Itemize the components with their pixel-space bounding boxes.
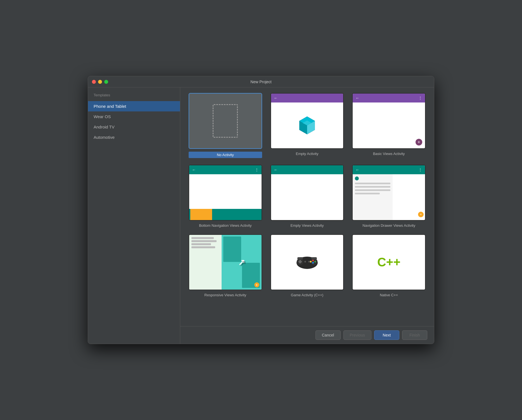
sidebar-item-android-tv[interactable]: Android TV <box>88 122 180 132</box>
empty-activity-label: Empty Activity <box>296 152 319 156</box>
bottom-nav-tab-1 <box>190 209 212 220</box>
more-icon: ⋮ <box>418 96 422 100</box>
basic-views-toolbar: ← ⋮ <box>353 94 425 102</box>
finish-button[interactable]: Finish <box>402 330 427 340</box>
svg-point-15 <box>304 261 306 262</box>
svg-point-11 <box>312 260 314 261</box>
nav-drawer-preview: ← ⋮ <box>352 165 426 221</box>
bottom-nav-preview: ← ⋮ <box>189 165 262 221</box>
list-item <box>355 186 390 188</box>
footer: Cancel Previous Next Finish <box>180 326 434 344</box>
empty-views-label: Empty Views Activity <box>291 223 324 228</box>
svg-point-16 <box>308 261 310 262</box>
nav-drawer-label: Navigation Drawer Views Activity <box>362 223 415 228</box>
cube-icon-container <box>271 102 343 148</box>
responsive-views-content: ↗ ↗ + <box>189 235 262 290</box>
avatar-icon <box>355 176 359 180</box>
bottom-nav-tab-2 <box>215 209 236 220</box>
svg-rect-17 <box>297 257 303 259</box>
back-arrow-icon: ← <box>355 96 359 100</box>
cancel-button[interactable]: Cancel <box>315 330 341 340</box>
empty-activity-toolbar: ← <box>271 94 343 102</box>
back-arrow-icon: ← <box>274 168 278 172</box>
template-empty-views[interactable]: ← Empty Views Activity <box>271 165 344 228</box>
template-empty-activity[interactable]: ← <box>271 93 344 158</box>
basic-views-label: Basic Views Activity <box>373 152 405 156</box>
template-nav-drawer[interactable]: ← ⋮ <box>352 165 426 228</box>
bottom-nav-label: Bottom Navigation Views Activity <box>199 223 251 228</box>
android-cube-icon <box>296 114 318 137</box>
bottom-nav-tab-3 <box>239 209 260 220</box>
nav-drawer-phone: ← ⋮ <box>353 165 425 220</box>
basic-views-phone: ← ⋮ + <box>353 94 425 148</box>
nav-drawer-main: + <box>393 174 425 220</box>
empty-views-phone: ← <box>271 165 343 220</box>
main-window: New Project Templates Phone and Tablet W… <box>88 76 434 344</box>
sidebar-item-phone-tablet[interactable]: Phone and Tablet <box>88 101 180 111</box>
svg-point-14 <box>310 261 312 262</box>
templates-grid: No Activity ← <box>180 87 434 326</box>
nav-drawer-toolbar: ← ⋮ <box>353 165 425 174</box>
bottom-nav-phone: ← ⋮ <box>189 165 262 220</box>
bottom-nav-toolbar: ← ⋮ <box>189 165 262 174</box>
previous-button[interactable]: Previous <box>343 330 371 340</box>
responsive-grid-panel: ↗ ↗ + <box>222 235 261 290</box>
bottom-nav-bar <box>189 209 262 220</box>
back-arrow-icon: ← <box>274 96 278 100</box>
titlebar: New Project <box>88 76 434 87</box>
svg-point-12 <box>314 261 316 262</box>
template-bottom-nav[interactable]: ← ⋮ Bottom Navigation Views Activity <box>189 165 262 228</box>
svg-rect-10 <box>299 260 301 263</box>
native-cpp-content: C++ <box>353 235 425 290</box>
window-title: New Project <box>250 80 271 84</box>
minimize-button[interactable] <box>98 80 102 84</box>
no-activity-label: No Activity <box>189 152 262 158</box>
content-area: Templates Phone and Tablet Wear OS Andro… <box>88 87 434 344</box>
dashed-rect-icon <box>213 104 238 138</box>
next-button[interactable]: Next <box>374 330 399 340</box>
responsive-views-preview: ↗ ↗ + <box>189 234 262 290</box>
back-arrow-icon: ← <box>192 168 196 172</box>
sidebar-item-wear-os[interactable]: Wear OS <box>88 111 180 122</box>
svg-rect-18 <box>311 257 317 259</box>
template-basic-views[interactable]: ← ⋮ + Basic Views Activity <box>352 93 426 158</box>
template-game-activity[interactable]: Game Activity (C++) <box>271 234 344 297</box>
fab-button: + <box>418 212 424 217</box>
bottom-nav-body <box>189 174 262 209</box>
nav-drawer-panel <box>353 174 392 220</box>
empty-views-preview: ← <box>271 165 344 221</box>
more-icon: ⋮ <box>418 168 422 172</box>
list-item <box>355 189 390 191</box>
maximize-button[interactable] <box>104 80 108 84</box>
list-item <box>355 193 379 194</box>
native-cpp-label: Native C++ <box>380 293 398 297</box>
basic-views-body: + <box>353 102 425 148</box>
game-preview-content <box>271 235 343 290</box>
game-activity-label: Game Activity (C++) <box>291 293 323 297</box>
fab-button: + <box>254 282 259 287</box>
empty-views-body <box>271 174 343 220</box>
template-native-cpp[interactable]: C++ Native C++ <box>352 234 426 297</box>
close-button[interactable] <box>92 80 96 84</box>
responsive-list-panel <box>189 235 222 290</box>
fab-button: + <box>416 139 422 145</box>
traffic-lights <box>92 80 108 84</box>
game-activity-preview <box>271 234 344 290</box>
list-item <box>355 183 390 184</box>
native-cpp-preview: C++ <box>352 234 426 290</box>
empty-activity-preview: ← <box>271 93 344 149</box>
more-icon: ⋮ <box>255 168 259 172</box>
basic-views-preview: ← ⋮ + <box>352 93 426 149</box>
svg-point-13 <box>312 262 314 264</box>
responsive-views-label: Responsive Views Activity <box>204 293 246 297</box>
template-no-activity[interactable]: No Activity <box>189 93 262 158</box>
main-area: No Activity ← <box>180 87 434 344</box>
empty-activity-phone: ← <box>271 94 343 148</box>
no-activity-preview <box>189 93 262 149</box>
sidebar-item-automotive[interactable]: Automotive <box>88 132 180 142</box>
nav-drawer-content: + <box>353 174 425 220</box>
cpp-logo-text: C++ <box>377 255 400 269</box>
template-responsive-views[interactable]: ↗ ↗ + Responsive Views Activity <box>189 234 262 297</box>
arrow-shadow: ↗ <box>239 259 246 268</box>
sidebar: Templates Phone and Tablet Wear OS Andro… <box>88 87 180 344</box>
